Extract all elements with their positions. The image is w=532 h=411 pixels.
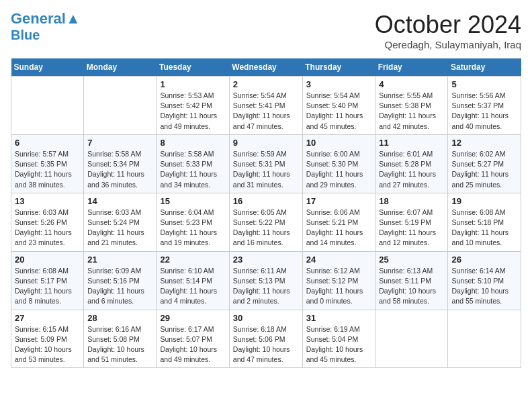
calendar-cell: 13Sunrise: 6:03 AMSunset: 5:26 PMDayligh…	[11, 193, 84, 251]
month-title: October 2024	[375, 11, 521, 39]
day-info: Sunrise: 5:54 AMSunset: 5:40 PMDaylight:…	[306, 91, 372, 132]
day-number: 25	[379, 255, 444, 265]
day-number: 21	[87, 255, 152, 265]
calendar-cell: 12Sunrise: 6:02 AMSunset: 5:27 PMDayligh…	[448, 134, 521, 193]
calendar-cell: 24Sunrise: 6:12 AMSunset: 5:12 PMDayligh…	[302, 251, 375, 310]
calendar-cell: 4Sunrise: 5:55 AMSunset: 5:38 PMDaylight…	[375, 77, 448, 135]
week-row-1: 1Sunrise: 5:53 AMSunset: 5:42 PMDaylight…	[11, 77, 521, 135]
weekday-tuesday: Tuesday	[157, 58, 229, 77]
calendar-cell: 22Sunrise: 6:10 AMSunset: 5:14 PMDayligh…	[157, 251, 229, 310]
day-info: Sunrise: 6:11 AMSunset: 5:13 PMDaylight:…	[233, 266, 299, 307]
title-block: October 2024 Qeredagh, Sulaymaniyah, Ira…	[375, 11, 521, 50]
logo: General▲ Blue	[11, 11, 81, 43]
page-header: General▲ Blue October 2024 Qeredagh, Sul…	[11, 11, 521, 50]
calendar-cell: 29Sunrise: 6:17 AMSunset: 5:07 PMDayligh…	[157, 310, 229, 368]
calendar-cell: 28Sunrise: 6:16 AMSunset: 5:08 PMDayligh…	[84, 310, 157, 368]
weekday-sunday: Sunday	[11, 58, 84, 77]
day-number: 20	[15, 255, 80, 265]
calendar-cell	[375, 310, 448, 368]
weekday-saturday: Saturday	[448, 58, 521, 77]
day-number: 7	[87, 138, 152, 148]
day-number: 4	[379, 79, 444, 89]
day-number: 23	[233, 255, 299, 265]
day-info: Sunrise: 6:16 AMSunset: 5:08 PMDaylight:…	[87, 324, 152, 365]
calendar-cell: 23Sunrise: 6:11 AMSunset: 5:13 PMDayligh…	[229, 251, 302, 310]
calendar-cell: 10Sunrise: 6:00 AMSunset: 5:30 PMDayligh…	[302, 134, 375, 193]
week-row-5: 27Sunrise: 6:15 AMSunset: 5:09 PMDayligh…	[11, 310, 521, 368]
calendar-cell: 6Sunrise: 5:57 AMSunset: 5:35 PMDaylight…	[11, 134, 84, 193]
day-info: Sunrise: 5:59 AMSunset: 5:31 PMDaylight:…	[233, 149, 299, 190]
day-number: 27	[15, 313, 80, 323]
day-info: Sunrise: 5:57 AMSunset: 5:35 PMDaylight:…	[15, 149, 80, 190]
day-info: Sunrise: 6:14 AMSunset: 5:10 PMDaylight:…	[451, 266, 517, 307]
day-info: Sunrise: 6:18 AMSunset: 5:06 PMDaylight:…	[233, 324, 299, 365]
logo-blue-text: Blue	[11, 28, 40, 42]
calendar-cell: 9Sunrise: 5:59 AMSunset: 5:31 PMDaylight…	[229, 134, 302, 193]
week-row-3: 13Sunrise: 6:03 AMSunset: 5:26 PMDayligh…	[11, 193, 521, 251]
week-row-4: 20Sunrise: 6:08 AMSunset: 5:17 PMDayligh…	[11, 251, 521, 310]
day-number: 30	[233, 313, 299, 323]
weekday-wednesday: Wednesday	[229, 58, 302, 77]
day-number: 6	[15, 138, 80, 148]
day-info: Sunrise: 6:05 AMSunset: 5:22 PMDaylight:…	[233, 208, 299, 248]
calendar-cell: 25Sunrise: 6:13 AMSunset: 5:11 PMDayligh…	[375, 251, 448, 310]
day-info: Sunrise: 6:03 AMSunset: 5:24 PMDaylight:…	[87, 208, 152, 248]
day-info: Sunrise: 6:13 AMSunset: 5:11 PMDaylight:…	[379, 266, 444, 307]
day-info: Sunrise: 6:04 AMSunset: 5:23 PMDaylight:…	[160, 208, 225, 248]
calendar-cell: 18Sunrise: 6:07 AMSunset: 5:19 PMDayligh…	[375, 193, 448, 251]
day-info: Sunrise: 6:00 AMSunset: 5:30 PMDaylight:…	[306, 149, 372, 190]
day-number: 1	[160, 79, 225, 89]
day-info: Sunrise: 5:54 AMSunset: 5:41 PMDaylight:…	[233, 91, 299, 132]
day-info: Sunrise: 5:58 AMSunset: 5:33 PMDaylight:…	[160, 149, 225, 190]
calendar-cell: 17Sunrise: 6:06 AMSunset: 5:21 PMDayligh…	[302, 193, 375, 251]
calendar-cell: 19Sunrise: 6:08 AMSunset: 5:18 PMDayligh…	[448, 193, 521, 251]
day-number: 10	[306, 138, 372, 148]
day-info: Sunrise: 6:08 AMSunset: 5:18 PMDaylight:…	[451, 208, 517, 248]
day-number: 14	[87, 196, 152, 206]
day-info: Sunrise: 6:03 AMSunset: 5:26 PMDaylight:…	[15, 208, 80, 248]
day-number: 9	[233, 138, 299, 148]
calendar-cell: 3Sunrise: 5:54 AMSunset: 5:40 PMDaylight…	[302, 77, 375, 135]
day-number: 8	[160, 138, 225, 148]
calendar-cell: 16Sunrise: 6:05 AMSunset: 5:22 PMDayligh…	[229, 193, 302, 251]
weekday-friday: Friday	[375, 58, 448, 77]
calendar-table: SundayMondayTuesdayWednesdayThursdayFrid…	[11, 58, 521, 368]
calendar-cell: 5Sunrise: 5:56 AMSunset: 5:37 PMDaylight…	[448, 77, 521, 135]
day-number: 28	[87, 313, 152, 323]
day-info: Sunrise: 6:09 AMSunset: 5:16 PMDaylight:…	[87, 266, 152, 307]
day-info: Sunrise: 6:19 AMSunset: 5:04 PMDaylight:…	[306, 324, 372, 365]
day-info: Sunrise: 6:02 AMSunset: 5:27 PMDaylight:…	[451, 149, 517, 190]
weekday-thursday: Thursday	[302, 58, 375, 77]
day-info: Sunrise: 5:55 AMSunset: 5:38 PMDaylight:…	[379, 91, 444, 132]
calendar-cell: 20Sunrise: 6:08 AMSunset: 5:17 PMDayligh…	[11, 251, 84, 310]
day-number: 16	[233, 196, 299, 206]
calendar-cell: 1Sunrise: 5:53 AMSunset: 5:42 PMDaylight…	[157, 77, 229, 135]
day-number: 19	[451, 196, 517, 206]
day-info: Sunrise: 6:06 AMSunset: 5:21 PMDaylight:…	[306, 208, 372, 248]
calendar-cell	[11, 77, 84, 135]
day-info: Sunrise: 6:01 AMSunset: 5:28 PMDaylight:…	[379, 149, 444, 190]
day-info: Sunrise: 6:17 AMSunset: 5:07 PMDaylight:…	[160, 324, 225, 365]
day-number: 24	[306, 255, 372, 265]
day-number: 5	[451, 79, 517, 89]
calendar-cell: 27Sunrise: 6:15 AMSunset: 5:09 PMDayligh…	[11, 310, 84, 368]
day-number: 15	[160, 196, 225, 206]
day-info: Sunrise: 5:56 AMSunset: 5:37 PMDaylight:…	[451, 91, 517, 132]
weekday-header-row: SundayMondayTuesdayWednesdayThursdayFrid…	[11, 58, 521, 77]
calendar-cell: 30Sunrise: 6:18 AMSunset: 5:06 PMDayligh…	[229, 310, 302, 368]
location: Qeredagh, Sulaymaniyah, Iraq	[375, 39, 521, 50]
day-info: Sunrise: 6:15 AMSunset: 5:09 PMDaylight:…	[15, 324, 80, 365]
day-number: 26	[451, 255, 517, 265]
day-number: 2	[233, 79, 299, 89]
day-number: 13	[15, 196, 80, 206]
day-info: Sunrise: 6:10 AMSunset: 5:14 PMDaylight:…	[160, 266, 225, 307]
logo-blue: ▲	[66, 10, 81, 27]
calendar-cell: 14Sunrise: 6:03 AMSunset: 5:24 PMDayligh…	[84, 193, 157, 251]
day-info: Sunrise: 5:58 AMSunset: 5:34 PMDaylight:…	[87, 149, 152, 190]
day-number: 29	[160, 313, 225, 323]
calendar-cell: 7Sunrise: 5:58 AMSunset: 5:34 PMDaylight…	[84, 134, 157, 193]
day-info: Sunrise: 6:08 AMSunset: 5:17 PMDaylight:…	[15, 266, 80, 307]
calendar-body: 1Sunrise: 5:53 AMSunset: 5:42 PMDaylight…	[11, 77, 521, 368]
day-info: Sunrise: 6:07 AMSunset: 5:19 PMDaylight:…	[379, 208, 444, 248]
day-number: 12	[451, 138, 517, 148]
